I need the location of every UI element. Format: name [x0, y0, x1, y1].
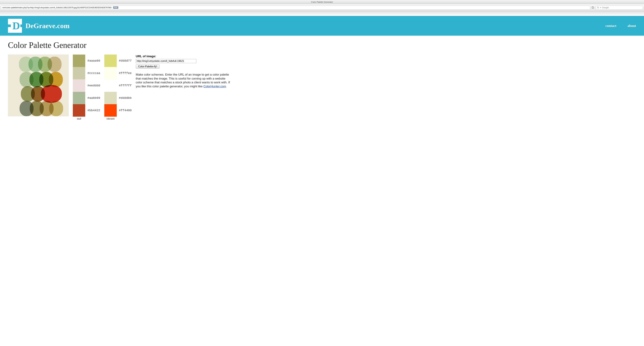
svg-line-1	[598, 8, 599, 8]
site-name[interactable]: DeGraeve.com	[26, 22, 70, 30]
source-image-preview	[8, 55, 69, 116]
svg-point-0	[598, 7, 599, 8]
nav-contact[interactable]: contact	[606, 24, 616, 28]
search-dropdown-icon: ▾	[600, 7, 601, 9]
address-bar[interactable]: om/color-palette/index.php?q=http://img3…	[1, 6, 590, 10]
browser-search[interactable]: ▾ Google	[595, 6, 643, 10]
nav-about[interactable]: about	[628, 24, 636, 28]
url-text: om/color-palette/index.php?q=http://img3…	[2, 6, 111, 9]
generate-button[interactable]: Color-Palette-ify!	[136, 65, 160, 69]
swatch-row: #aaaa66	[73, 55, 100, 67]
swatch-row: #bb4422	[73, 104, 100, 117]
palette-label-vibrant: vibrant	[104, 117, 117, 120]
color-swatch[interactable]	[73, 104, 85, 117]
hex-value: #ddddbb	[117, 96, 132, 100]
browser-toolbar: om/color-palette/index.php?q=http://img3…	[0, 4, 644, 11]
hex-value: #aabb99	[85, 96, 100, 100]
colorhunter-link[interactable]: ColorHunter.com	[204, 85, 226, 88]
url-dim: 4	[111, 6, 112, 9]
sidebar: URL of image: Color-Palette-ify! Make co…	[136, 55, 232, 89]
color-swatch[interactable]	[73, 92, 85, 104]
hex-value: #bb4422	[85, 109, 100, 112]
hex-value: #ccccaa	[85, 72, 100, 75]
hex-value: #aaaa66	[85, 59, 100, 63]
page-title: Color Palette Generator	[8, 41, 232, 50]
hex-value: #ffffee	[117, 72, 132, 75]
site-logo[interactable]: D	[8, 19, 22, 33]
color-swatch[interactable]	[104, 92, 117, 104]
palette-label-dull: dull	[73, 117, 85, 120]
search-placeholder: Google	[602, 6, 609, 9]
color-swatch[interactable]	[104, 67, 117, 79]
swatch-row: #eedddd	[73, 79, 100, 92]
dull-palette: #aaaa66 #ccccaa #eedddd #aabb99 #bb4422 …	[73, 55, 100, 120]
vibrant-palette: #dddd77 #ffffee #ffffff #ddddbb #ff4400 …	[104, 55, 132, 120]
window-title: Color Palette Generator	[0, 0, 644, 4]
hex-value: #ff4400	[117, 109, 132, 112]
swatch-row: #dddd77	[104, 55, 132, 67]
url-input[interactable]	[136, 59, 196, 63]
color-swatch[interactable]	[104, 79, 117, 92]
color-swatch[interactable]	[73, 79, 85, 92]
swatch-row: #ffffee	[104, 67, 132, 79]
color-swatch[interactable]	[73, 55, 85, 67]
site-header: D DeGraeve.com contact about	[0, 16, 644, 36]
url-input-label: URL of image:	[136, 55, 232, 58]
description: Make color schemes. Enter the URL of an …	[136, 73, 232, 89]
search-icon	[597, 7, 599, 9]
svg-rect-4	[8, 25, 11, 27]
swatch-row: #ddddbb	[104, 92, 132, 104]
swatch-row: #ff4400	[104, 104, 132, 117]
swatch-row: #aabb99	[73, 92, 100, 104]
site-nav: contact about	[606, 24, 636, 28]
color-swatch[interactable]	[104, 55, 117, 67]
toolbar-shadow	[0, 11, 644, 16]
color-swatch[interactable]	[104, 104, 117, 117]
hex-value: #ffffff	[117, 84, 132, 87]
reload-icon[interactable]	[592, 6, 594, 9]
swatch-row: #ccccaa	[73, 67, 100, 79]
rss-badge[interactable]: RSS	[113, 6, 118, 9]
swatch-row: #ffffff	[104, 79, 132, 92]
svg-rect-5	[20, 25, 22, 27]
color-swatch[interactable]	[73, 67, 85, 79]
hex-value: #dddd77	[117, 59, 132, 63]
svg-text:D: D	[12, 20, 20, 32]
hex-value: #eedddd	[85, 84, 100, 87]
